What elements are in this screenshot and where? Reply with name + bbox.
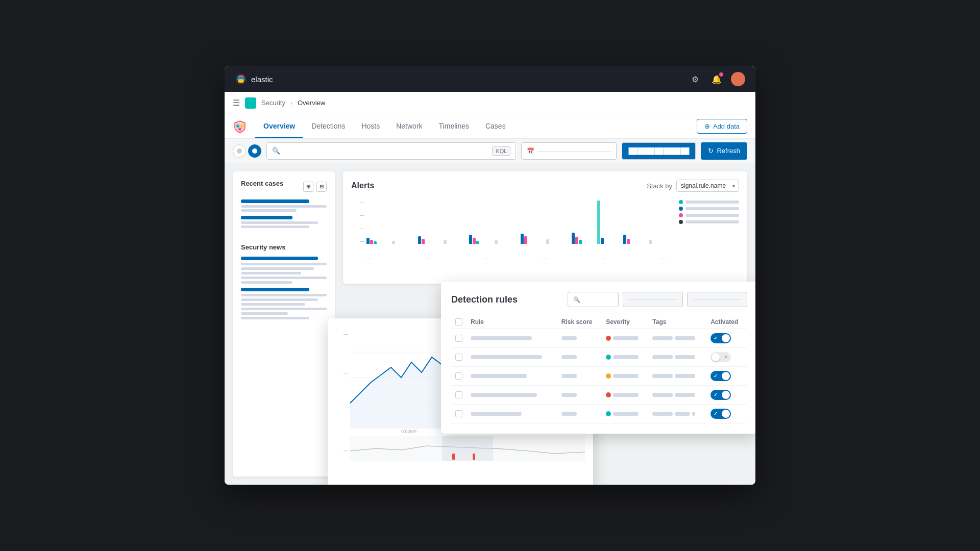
th-rule[interactable]: Rule bbox=[467, 315, 557, 329]
row-4-toggle[interactable]: ✓ bbox=[710, 390, 731, 400]
row-1-toggle[interactable]: ✓ bbox=[710, 333, 731, 343]
toggle-check-4: ✓ bbox=[714, 392, 718, 397]
tab-detections[interactable]: Detections bbox=[303, 114, 353, 138]
bar-5-pink bbox=[473, 238, 476, 244]
svg-rect-14 bbox=[452, 454, 455, 460]
row-5-severity bbox=[606, 411, 644, 416]
bar-10-big-teal bbox=[597, 201, 600, 244]
tab-hosts[interactable]: Hosts bbox=[353, 114, 388, 138]
tag-1-2 bbox=[675, 336, 695, 340]
row-5-checkbox[interactable] bbox=[455, 410, 462, 417]
case-bar-gray-1 bbox=[241, 205, 327, 208]
row-5-toggle[interactable]: ✓ bbox=[710, 409, 731, 419]
refresh-button[interactable]: ↻ Refresh bbox=[701, 142, 747, 160]
svg-point-8 bbox=[238, 128, 241, 131]
toggle-dot-2 bbox=[252, 148, 257, 154]
bar-7-pink bbox=[524, 236, 527, 244]
x-label-1: — bbox=[366, 256, 371, 261]
x-axis-labels: — — — — — — bbox=[351, 256, 739, 261]
tab-network[interactable]: Network bbox=[388, 114, 430, 138]
th-checkbox bbox=[451, 315, 467, 329]
bar-1-pink bbox=[370, 240, 373, 244]
dr-btn-2[interactable]: ———————— bbox=[687, 292, 747, 307]
add-data-button[interactable]: ⊕ Add data bbox=[697, 119, 747, 134]
breadcrumb-overview[interactable]: Overview bbox=[298, 99, 325, 107]
date-range-text: ———————————— bbox=[537, 147, 611, 155]
dr-search-icon: 🔍 bbox=[573, 296, 580, 303]
dr-btn-1[interactable]: ———————— bbox=[623, 292, 683, 307]
security-news-title: Security news bbox=[241, 243, 285, 251]
row-2-checkbox[interactable] bbox=[455, 354, 462, 361]
row-2-toggle[interactable]: ✕ bbox=[710, 352, 731, 362]
alerts-header: Alerts Stack by signal.rule.name ▾ bbox=[351, 180, 739, 192]
bar-3-blue bbox=[418, 236, 421, 244]
bar-5-teal bbox=[476, 241, 479, 244]
legend-item-1 bbox=[679, 200, 739, 204]
th-activated[interactable]: Activated bbox=[706, 315, 747, 329]
row-3-toggle[interactable]: ✓ bbox=[710, 371, 731, 381]
toggle-thumb-3 bbox=[722, 372, 730, 380]
news-gray-2 bbox=[241, 267, 314, 270]
svg-point-4 bbox=[238, 77, 244, 80]
breadcrumb-security[interactable]: Security bbox=[261, 99, 285, 107]
avatar-icon[interactable] bbox=[731, 72, 745, 86]
th-risk-score[interactable]: Risk score bbox=[557, 315, 602, 329]
row-2-risk bbox=[561, 355, 577, 359]
row-3-checkbox[interactable] bbox=[455, 372, 462, 380]
tab-overview[interactable]: Overview bbox=[255, 114, 303, 138]
ts-x-label-1: 6:00am bbox=[401, 429, 416, 434]
row-3-severity bbox=[606, 373, 644, 379]
hamburger-icon[interactable]: ☰ bbox=[233, 98, 240, 108]
stack-by-select[interactable]: signal.rule.name bbox=[676, 180, 739, 192]
tab-timelines[interactable]: Timelines bbox=[431, 114, 477, 138]
toggle-btn-1[interactable] bbox=[233, 144, 246, 158]
search-box: 🔍 KQL bbox=[266, 142, 516, 160]
news-gray-7 bbox=[241, 298, 318, 301]
bar-group-3 bbox=[418, 236, 442, 244]
row-3-rule-name bbox=[471, 374, 527, 378]
case-bar-blue-2 bbox=[241, 216, 292, 219]
toggle-btn-2[interactable] bbox=[248, 144, 261, 158]
left-panel: Recent cases ⊞ ⊟ bbox=[233, 171, 335, 477]
notification-dot bbox=[719, 72, 723, 77]
browser-window: elastic ⚙ 🔔 ☰ Security › Overview bbox=[225, 66, 755, 485]
bar-4-gray bbox=[444, 240, 447, 244]
cases-export-icon[interactable]: ⊞ bbox=[303, 182, 313, 192]
header-checkbox[interactable] bbox=[455, 318, 462, 325]
detection-rules-title: Detection rules bbox=[451, 294, 518, 305]
y-label-2: — bbox=[351, 226, 364, 231]
date-picker[interactable]: 📅 ———————————— bbox=[521, 142, 617, 160]
tag-5-1 bbox=[652, 412, 673, 416]
news-gray-8 bbox=[241, 303, 305, 306]
y-axis: — — — — bbox=[351, 198, 366, 244]
nav-tabs: Overview Detections Hosts Network Timeli… bbox=[255, 114, 514, 138]
tab-cases[interactable]: Cases bbox=[477, 114, 514, 138]
windows-container: — — — — bbox=[343, 292, 747, 477]
legend-label-4 bbox=[685, 220, 739, 223]
chart-legend bbox=[673, 198, 739, 224]
svg-rect-15 bbox=[473, 454, 475, 460]
legend-label-3 bbox=[685, 214, 739, 217]
bar-group-4 bbox=[444, 240, 468, 244]
dr-search-box[interactable]: 🔍 bbox=[568, 292, 619, 307]
row-1-checkbox[interactable] bbox=[455, 335, 462, 342]
bar-9-pink bbox=[575, 237, 578, 244]
tag-4-2 bbox=[675, 393, 695, 397]
row-4-severity bbox=[606, 392, 644, 397]
legend-dot-3 bbox=[679, 213, 683, 217]
legend-label-1 bbox=[685, 201, 739, 204]
gear-icon[interactable]: ⚙ bbox=[688, 72, 702, 86]
search-icon: 🔍 bbox=[272, 147, 280, 155]
tag-5-dot bbox=[692, 412, 695, 416]
right-area: Alerts Stack by signal.rule.name ▾ bbox=[343, 171, 747, 477]
row-4-checkbox[interactable] bbox=[455, 391, 462, 398]
cases-filter-icon[interactable]: ⊟ bbox=[316, 182, 327, 192]
th-severity[interactable]: Severity bbox=[602, 315, 648, 329]
legend-dot-2 bbox=[679, 207, 683, 211]
news-blue-bar-2 bbox=[241, 288, 309, 291]
tag-2-1 bbox=[652, 355, 673, 359]
bell-icon[interactable]: 🔔 bbox=[709, 72, 724, 86]
th-tags[interactable]: Tags bbox=[648, 315, 706, 329]
elastic-logo: elastic bbox=[235, 73, 273, 85]
kql-badge[interactable]: KQL bbox=[492, 146, 510, 156]
